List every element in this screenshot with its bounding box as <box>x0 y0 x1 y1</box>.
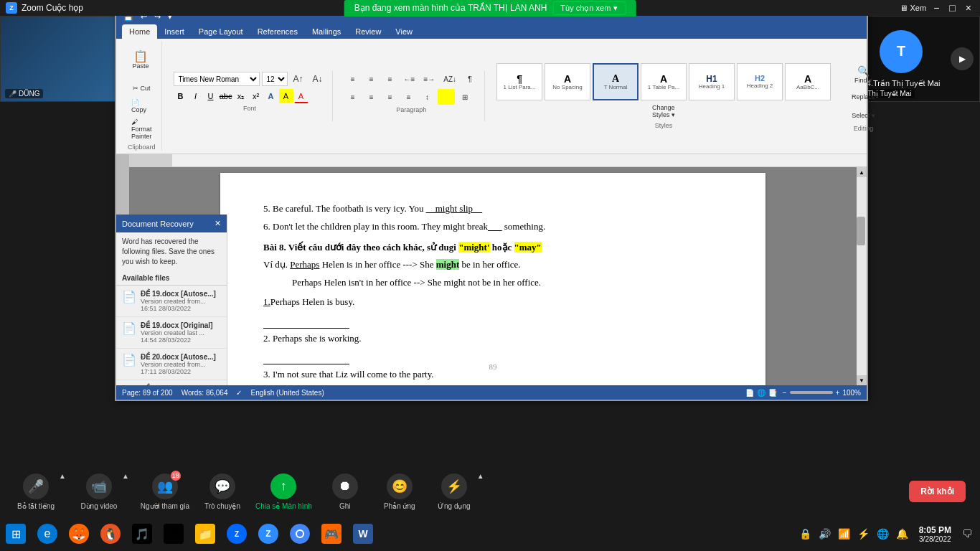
zoom-slider[interactable] <box>790 391 833 394</box>
apps-btn[interactable]: ⚡ Ứng dụng <box>433 474 476 510</box>
zoom-taskbar-btn[interactable]: Z <box>253 517 284 551</box>
scrollbar-thumb[interactable] <box>857 217 865 245</box>
style-heading1[interactable]: H1 Heading 1 <box>689 63 735 100</box>
style-list-para[interactable]: ¶ 1 List Para... <box>496 63 542 100</box>
decrease-indent-btn[interactable]: ←≡ <box>400 71 419 87</box>
print-layout-icon[interactable]: 📑 <box>768 389 777 397</box>
sort-btn[interactable]: AZ↓ <box>440 71 460 87</box>
chrome-taskbar-btn[interactable] <box>284 517 316 551</box>
decrease-font-btn[interactable]: A↓ <box>309 71 326 87</box>
recovery-item-0[interactable]: 📄 ĐỀ 19.docx [Autose...] Version created… <box>116 286 227 317</box>
music-taskbar-btn[interactable]: 🎵 <box>126 517 158 551</box>
align-right-btn[interactable]: ≡ <box>382 89 399 105</box>
tray-icon-4[interactable]: ⚡ <box>855 528 872 540</box>
unmute-arrow[interactable]: ▲ <box>59 472 66 480</box>
word-scrollbar-vertical[interactable]: ▲ ▼ <box>857 167 867 385</box>
borders-btn[interactable]: ⊞ <box>456 89 473 105</box>
text-highlight-btn[interactable]: A <box>279 89 293 103</box>
bold-btn[interactable]: B <box>174 89 188 103</box>
select-btn[interactable]: Select ▾ <box>848 108 879 123</box>
edge-taskbar-btn[interactable]: e <box>32 517 63 551</box>
ubuntu-taskbar-btn[interactable]: 🐧 <box>95 517 126 551</box>
zoom-out-btn[interactable]: − <box>783 389 787 397</box>
share-screen-btn[interactable]: ↑ Chia sẻ Màn hình <box>255 474 312 510</box>
video-arrow[interactable]: ▲ <box>122 472 129 480</box>
minimize-btn[interactable]: − <box>930 2 942 14</box>
tray-clock[interactable]: 8:05 PM 3/28/2022 <box>913 525 957 543</box>
tab-review[interactable]: Review <box>348 24 388 39</box>
tab-view[interactable]: View <box>388 24 420 39</box>
reactions-btn[interactable]: 😊 Phản ứng <box>378 474 421 510</box>
format-painter-btn[interactable]: 🖌 Format Painter <box>128 116 156 142</box>
chat-btn[interactable]: 💬 Trò chuyện <box>201 474 244 510</box>
numbered-list-btn[interactable]: ≡ <box>363 71 380 87</box>
paste-btn[interactable]: 📋 Paste <box>128 42 154 79</box>
multilevel-list-btn[interactable]: ≡ <box>382 71 399 87</box>
notification-icon[interactable]: 🗨 <box>960 528 974 540</box>
word-main-area[interactable]: 5. Be careful. The footbath is very icy.… <box>129 167 857 385</box>
tab-mailings[interactable]: Mailings <box>305 24 348 39</box>
italic-btn[interactable]: I <box>189 89 203 103</box>
normal-view-icon[interactable]: 📄 <box>745 389 754 397</box>
scrollbar-up-btn[interactable]: ▲ <box>857 167 867 177</box>
bullets-btn[interactable]: ≡ <box>344 71 362 87</box>
tray-icon-5[interactable]: 🌐 <box>875 528 891 540</box>
tab-insert[interactable]: Insert <box>157 24 192 39</box>
line-spacing-btn[interactable]: ↕ <box>419 89 436 105</box>
style-normal[interactable]: A T Normal <box>593 63 639 100</box>
recovery-item-3[interactable]: 📄 ĐỀ 20.docx [Original] Version created … <box>116 380 227 385</box>
record-btn[interactable]: ⏺ Ghi <box>324 474 367 510</box>
copy-btn[interactable]: 📄 Copy <box>128 97 156 116</box>
zalo-taskbar-btn[interactable]: Z <box>221 517 253 551</box>
superscript-btn[interactable]: x² <box>249 89 263 103</box>
find-btn[interactable]: 🔍 Find ▾ <box>851 63 876 86</box>
shading-btn[interactable] <box>438 89 455 105</box>
font-name-selector[interactable]: Times New Roman <box>174 72 260 86</box>
tab-home[interactable]: Home <box>122 24 157 39</box>
maximize-btn[interactable]: □ <box>946 2 958 14</box>
tab-references[interactable]: References <box>250 24 305 39</box>
align-left-btn[interactable]: ≡ <box>344 89 362 105</box>
leave-meeting-btn[interactable]: Rời khỏi <box>909 481 966 502</box>
cut-btn[interactable]: ✂ Cut <box>128 80 156 96</box>
web-layout-icon[interactable]: 🌐 <box>757 389 765 397</box>
scrollbar-down-btn[interactable]: ▼ <box>857 375 867 385</box>
show-formatting-btn[interactable]: ¶ <box>461 71 479 87</box>
increase-indent-btn[interactable]: ≡→ <box>420 71 438 87</box>
start-btn[interactable]: ⊞ <box>0 517 32 551</box>
underline-btn[interactable]: U <box>204 89 218 103</box>
justify-btn[interactable]: ≡ <box>400 89 418 105</box>
stop-video-btn[interactable]: 📹 Dừng video <box>77 474 121 510</box>
word-taskbar-btn[interactable]: W <box>347 517 379 551</box>
subscript-btn[interactable]: x₂ <box>234 89 248 103</box>
recovery-item-2[interactable]: 📄 ĐỀ 20.docx [Autose...] Version created… <box>116 349 227 380</box>
replace-btn[interactable]: Replace <box>848 89 879 105</box>
close-btn[interactable]: × <box>963 2 974 14</box>
strikethrough-btn[interactable]: abc <box>219 89 233 103</box>
increase-font-btn[interactable]: A↑ <box>290 71 307 87</box>
doc-recovery-collapse-icon[interactable]: ✕ <box>215 219 221 228</box>
options-dropdown-btn[interactable]: Tùy chọn xem ▾ <box>552 1 626 15</box>
tab-page-layout[interactable]: Page Layout <box>192 24 250 39</box>
font-size-selector[interactable]: 12 <box>262 72 288 86</box>
font-color-btn[interactable]: A <box>294 89 308 103</box>
apps-arrow[interactable]: ▲ <box>477 472 484 480</box>
align-center-btn[interactable]: ≡ <box>363 89 380 105</box>
tiktok-taskbar-btn[interactable]: 𝕋 <box>158 517 189 551</box>
scrollbar-track[interactable] <box>857 177 867 375</box>
style-no-spacing[interactable]: A No Spacing <box>545 63 590 100</box>
files-taskbar-btn[interactable]: 📁 <box>189 517 221 551</box>
zoom-in-btn[interactable]: + <box>836 389 840 397</box>
tray-icon-2[interactable]: 🔊 <box>816 528 833 540</box>
tray-icon-3[interactable]: 📶 <box>836 528 852 540</box>
unmute-btn[interactable]: 🎤 Bỏ tắt tiếng <box>14 474 57 510</box>
tray-icon-1[interactable]: 🔒 <box>797 528 814 540</box>
style-extra[interactable]: A AaBbC... <box>785 63 831 100</box>
change-styles-btn[interactable]: ChangeStyles ▾ <box>649 102 679 121</box>
style-heading2[interactable]: H2 Heading 2 <box>737 63 783 100</box>
text-effects-btn[interactable]: A <box>264 89 278 103</box>
recovery-item-1[interactable]: 📄 ĐỀ 19.docx [Original] Version created … <box>116 317 227 349</box>
gamepad-taskbar-btn[interactable]: 🎮 <box>316 517 347 551</box>
tray-icon-6[interactable]: 🔔 <box>894 528 910 540</box>
firefox-taskbar-btn[interactable]: 🦊 <box>63 517 95 551</box>
